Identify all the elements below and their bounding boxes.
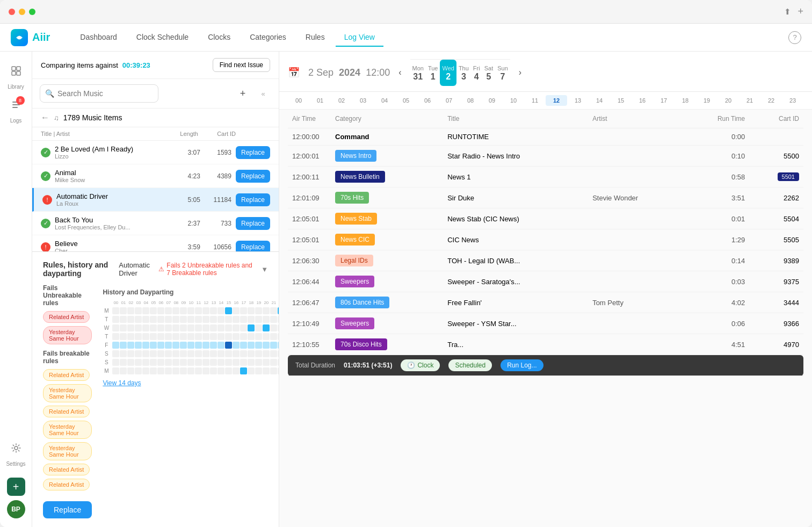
unbreakable-tag[interactable]: Yesterday Same Hour <box>43 326 92 344</box>
tooltip-cell: Total Duration 01:03:51 (+3:51) 🕐 Clock … <box>288 355 803 376</box>
title-cell: News Stab (CIC News) <box>443 208 588 229</box>
close-button[interactable] <box>9 9 15 15</box>
table-row[interactable]: 12:00:11 News Bulletin News 1 0:58 5501 <box>288 167 803 187</box>
hour-cell[interactable]: 07 <box>438 95 460 106</box>
table-row[interactable]: 12:05:01 News Stab News Stab (CIC News) … <box>288 208 803 229</box>
hour-cell[interactable]: 03 <box>352 95 374 106</box>
breakable-tag[interactable]: Yesterday Same Hour <box>43 384 92 402</box>
chart-cell <box>248 367 255 374</box>
cal-next-button[interactable]: › <box>519 68 521 77</box>
replace-button[interactable]: Replace <box>236 146 270 159</box>
chart-hour-label: 04 <box>142 300 149 305</box>
run-log-button[interactable]: Run Log... <box>501 359 543 371</box>
hour-cell[interactable]: 19 <box>696 95 717 106</box>
nav-categories[interactable]: Categories <box>241 28 295 47</box>
chart-hour-label: 01 <box>120 300 127 305</box>
table-row[interactable]: 12:06:47 80s Dance Hits Free Fallin' Tom… <box>288 292 803 313</box>
hour-cell[interactable]: 23 <box>782 95 803 106</box>
calendar-day[interactable]: Sat5 <box>482 60 496 86</box>
find-next-button[interactable]: Find next Issue <box>213 58 270 72</box>
replace-button[interactable]: Replace <box>236 241 270 252</box>
replace-button[interactable]: Replace <box>236 170 270 183</box>
calendar-day[interactable]: Tue1 <box>426 60 440 86</box>
add-music-icon[interactable]: + <box>235 85 251 102</box>
replace-button[interactable]: Replace <box>236 217 270 230</box>
breakable-tag[interactable]: Related Artist <box>43 479 90 490</box>
table-row[interactable]: 12:06:44 Sweepers Sweeper - Saratoga's..… <box>288 271 803 292</box>
hour-cell[interactable]: 13 <box>567 95 589 106</box>
chart-hour-label: 16 <box>233 300 240 305</box>
replace-big-button[interactable]: Replace <box>43 501 92 518</box>
table-row[interactable]: 12:05:01 News CIC CIC News 1:29 5505 <box>288 229 803 250</box>
chart-cell <box>150 350 157 357</box>
calendar-day[interactable]: Thu3 <box>456 60 471 86</box>
maximize-button[interactable] <box>29 9 35 15</box>
chart-cell <box>270 316 277 323</box>
calendar-day[interactable]: Fri4 <box>471 60 482 86</box>
logo[interactable]: Aiir <box>11 29 50 46</box>
minimize-button[interactable] <box>19 9 25 15</box>
chart-cell <box>172 367 179 374</box>
cal-prev-button[interactable]: ‹ <box>398 68 401 77</box>
hour-cell[interactable]: 18 <box>675 95 696 106</box>
hour-cell[interactable]: 16 <box>632 95 653 106</box>
breakable-tag[interactable]: Related Artist <box>43 406 90 417</box>
table-row[interactable]: 12:00:01 News Intro Star Radio - News In… <box>288 146 803 167</box>
hour-cell[interactable]: 21 <box>739 95 760 106</box>
sidebar-library-icon[interactable] <box>5 60 27 82</box>
history-section: History and Dayparting 00010203040506070… <box>103 288 279 387</box>
unbreakable-tag[interactable]: Related Artist <box>43 311 90 323</box>
hour-cell[interactable]: 15 <box>610 95 632 106</box>
help-icon[interactable]: ? <box>788 31 801 44</box>
calendar-icon: 📅 <box>288 67 300 78</box>
nav-log-view[interactable]: Log View <box>336 28 383 47</box>
table-row[interactable]: 12:00:00 Command RUNTOTIME 0:00 <box>288 128 803 146</box>
search-input[interactable] <box>40 84 158 103</box>
add-button[interactable]: + <box>7 478 25 496</box>
breakable-tag[interactable]: Related Artist <box>43 464 90 475</box>
hour-cell[interactable]: 05 <box>395 95 417 106</box>
nav-clock-schedule[interactable]: Clock Schedule <box>128 28 197 47</box>
hour-cell[interactable]: 02 <box>331 95 352 106</box>
hour-cell[interactable]: 20 <box>717 95 739 106</box>
back-button[interactable]: ← <box>41 113 49 122</box>
hour-cell[interactable]: 09 <box>481 95 503 106</box>
calendar-day[interactable]: Wed2 <box>440 60 456 86</box>
hour-cell[interactable]: 17 <box>653 95 675 106</box>
table-row[interactable]: 12:10:49 Sweepers Sweeper - YSM Star... … <box>288 313 803 334</box>
breakable-tag[interactable]: Yesterday Same Hour <box>43 442 92 460</box>
sidebar-settings-icon[interactable] <box>5 437 27 459</box>
new-tab-icon[interactable]: + <box>798 6 803 17</box>
table-row[interactable]: 12:10:55 70s Disco Hits Tra... 4:51 4970 <box>288 334 803 355</box>
table-row[interactable]: 12:01:09 70s Hits Sir Duke Stevie Wonder… <box>288 187 803 208</box>
hour-cell[interactable]: 06 <box>417 95 438 106</box>
hour-cell[interactable]: 12 <box>546 95 567 106</box>
hour-cell[interactable]: 10 <box>503 95 524 106</box>
rules-header[interactable]: Rules, history and dayparting Automatic … <box>43 261 268 278</box>
hour-cell[interactable]: 22 <box>760 95 782 106</box>
hour-cell[interactable]: 04 <box>374 95 395 106</box>
nav-clocks[interactable]: Clocks <box>199 28 239 47</box>
collapse-panel-icon[interactable]: « <box>255 85 271 102</box>
replace-button[interactable]: Replace <box>236 193 270 206</box>
sidebar-logs-icon[interactable]: 8 <box>5 94 27 115</box>
hour-cell[interactable]: 08 <box>460 95 481 106</box>
calendar-day[interactable]: Sun7 <box>495 60 510 86</box>
hour-cell[interactable]: 01 <box>309 95 331 106</box>
hour-cell[interactable]: 00 <box>288 95 309 106</box>
cart-badge: 5501 <box>778 172 799 181</box>
log-table-wrap: Air Time Category Title Artist Run Time … <box>279 110 812 527</box>
breakable-tag[interactable]: Related Artist <box>43 369 90 381</box>
clock-button[interactable]: 🕐 Clock <box>401 359 440 371</box>
hour-cell[interactable]: 14 <box>589 95 610 106</box>
calendar-day[interactable]: Mon31 <box>410 60 426 86</box>
breakable-tag[interactable]: Yesterday Same Hour <box>43 421 92 439</box>
view-days-link[interactable]: View 14 days <box>103 379 141 387</box>
share-icon[interactable]: ⬆ <box>784 7 791 17</box>
nav-rules[interactable]: Rules <box>297 28 334 47</box>
hour-cell[interactable]: 11 <box>524 95 546 106</box>
table-row[interactable]: 12:06:30 Legal IDs TOH - Legal ID (WAB..… <box>288 250 803 271</box>
user-avatar[interactable]: BP <box>7 500 25 518</box>
nav-dashboard[interactable]: Dashboard <box>71 28 126 47</box>
scheduled-button[interactable]: Scheduled <box>448 359 492 371</box>
